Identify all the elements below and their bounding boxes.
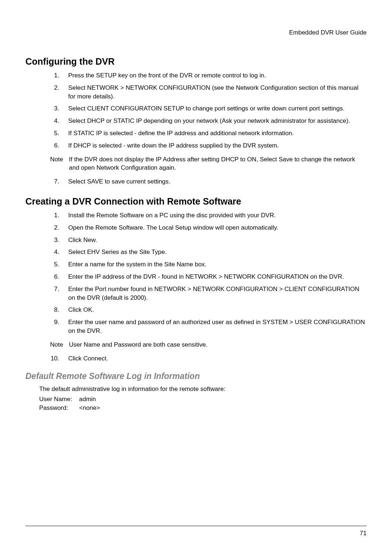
step-item: If STATIC IP is selected - define the IP…: [61, 129, 367, 138]
footer-divider: [25, 526, 367, 526]
login-intro: The default administrative log in inform…: [39, 386, 367, 393]
header-title: Embedded DVR User Guide: [25, 29, 367, 36]
step-item: Enter the IP address of the DVR - found …: [61, 273, 367, 281]
login-value-user: admin: [79, 396, 367, 403]
page-number: 71: [25, 530, 367, 537]
step-item: Select SAVE to save current settings.: [61, 177, 367, 186]
section-heading-creating: Creating a DVR Connection with Remote So…: [25, 196, 367, 207]
note-body: User Name and Password are both case sen…: [69, 340, 367, 349]
note-body: If the DVR does not display the IP Addre…: [69, 155, 367, 173]
section-heading-default-login: Default Remote Software Log in Informati…: [25, 371, 367, 381]
step-item: Select NETWORK > NETWORK CONFIGURATION (…: [61, 84, 367, 101]
step-item: Click New.: [61, 236, 367, 245]
step-item: Click Connect.: [61, 354, 367, 363]
step-item: Enter a name for the system in the Site …: [61, 260, 367, 269]
note-label: Note: [50, 340, 69, 349]
login-label-user: User Name:: [39, 396, 79, 403]
configuring-steps-list: Press the SETUP key on the front of the …: [25, 71, 367, 150]
step-item: Press the SETUP key on the front of the …: [61, 71, 367, 80]
creating-steps-list-cont: Click Connect.: [25, 354, 367, 363]
step-item: Click OK.: [61, 306, 367, 314]
login-value-password: <none>: [79, 404, 367, 412]
note-block: Note User Name and Password are both cas…: [50, 340, 367, 349]
login-row-user: User Name: admin: [39, 396, 367, 403]
login-row-password: Password: <none>: [39, 404, 367, 412]
note-block: Note If the DVR does not display the IP …: [50, 155, 367, 173]
document-page: Embedded DVR User Guide Configuring the …: [0, 0, 392, 557]
page-footer: 71: [25, 526, 367, 537]
step-item: Install the Remote Software on a PC usin…: [61, 211, 367, 220]
configuring-steps-list-cont: Select SAVE to save current settings.: [25, 177, 367, 186]
step-item: Open the Remote Software. The Local Setu…: [61, 223, 367, 232]
note-label: Note: [50, 155, 69, 173]
step-item: Enter the user name and password of an a…: [61, 318, 367, 335]
step-item: Enter the Port number found in NETWORK >…: [61, 285, 367, 302]
step-item: If DHCP is selected - write down the IP …: [61, 141, 367, 150]
step-item: Select EHV Series as the Site Type.: [61, 248, 367, 257]
section-heading-configuring: Configuring the DVR: [25, 56, 367, 67]
step-item: Select DHCP or STATIC IP depending on yo…: [61, 117, 367, 125]
creating-steps-list: Install the Remote Software on a PC usin…: [25, 211, 367, 335]
step-item: Select CLIENT CONFIGURATOIN SETUP to cha…: [61, 104, 367, 113]
login-label-password: Password:: [39, 404, 79, 412]
